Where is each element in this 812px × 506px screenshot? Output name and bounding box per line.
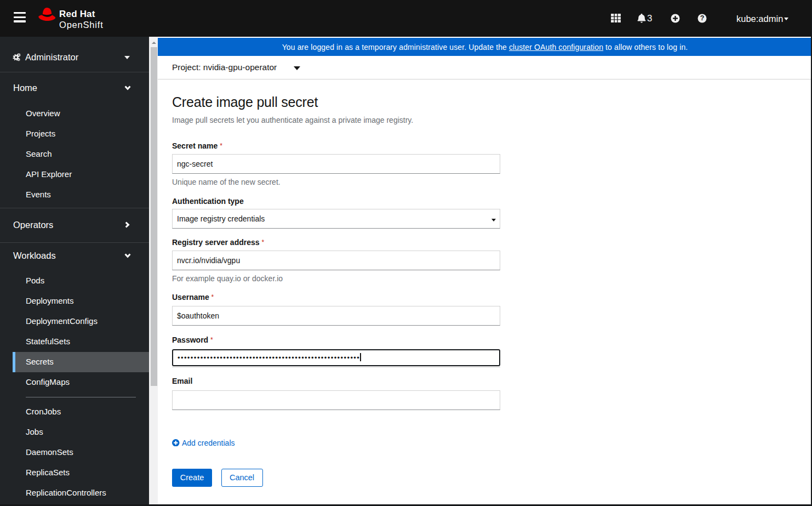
svg-text:?: ? (700, 14, 704, 22)
